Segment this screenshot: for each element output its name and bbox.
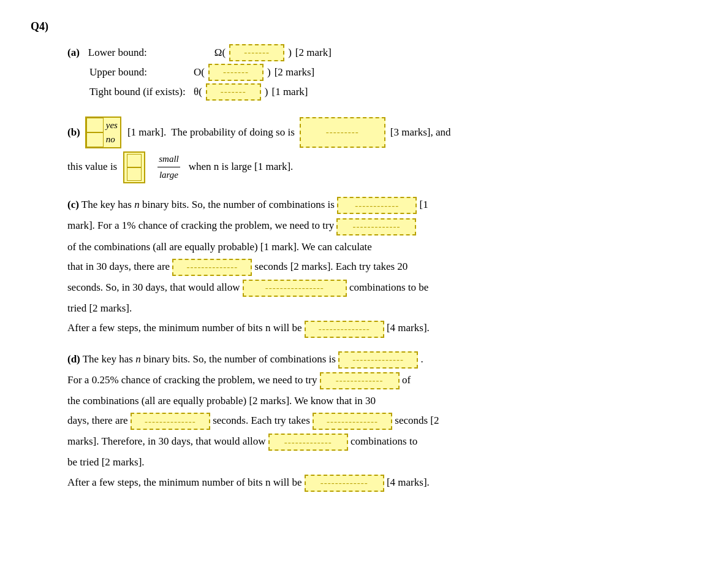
small-text: small [157, 152, 180, 167]
d-period: . [420, 353, 423, 365]
close-paren-tight: ) [265, 84, 268, 100]
small-numerator-cell [127, 154, 142, 167]
lower-bound-answer-box[interactable]: ------- [229, 44, 284, 61]
c-n-var: n [134, 199, 140, 210]
c-sec-box[interactable]: -------------- [172, 259, 252, 276]
lower-bound-row: (a) Lower bound: Ω( ------- ) [2 mark] [67, 44, 697, 61]
tight-mark: [1 mark] [271, 84, 308, 100]
d-text2: binary bits. So, the number of combinati… [143, 353, 338, 365]
d-sec1-box[interactable]: -------------- [131, 413, 210, 430]
d-text9: marks]. Therefore, in 30 days, that woul… [67, 435, 268, 447]
d-text: The key has [83, 353, 135, 365]
section-b-line1: (b) yes no [1 mark]. The probability of … [67, 117, 697, 148]
close-paren-upper: ) [267, 64, 271, 80]
d-text11: be tried [2 marks]. [67, 456, 145, 468]
d-comb-box[interactable]: -------------- [338, 351, 418, 369]
section-a: (a) Lower bound: Ω( ------- ) [2 mark] U… [67, 44, 697, 101]
d-text7: seconds. Each try takes [213, 415, 313, 426]
section-d-para1: (d) The key has n binary bits. So, the n… [67, 351, 697, 369]
c-text: The key has [82, 199, 134, 210]
section-d-para5: marks]. Therefore, in 30 days, that woul… [67, 434, 697, 451]
c-label: (c) [67, 199, 79, 210]
section-d: (d) The key has n binary bits. So, the n… [67, 351, 697, 492]
c-mark1: [1 [419, 199, 428, 210]
section-c-para4: that in 30 days, there are -------------… [67, 259, 697, 276]
no-square-bottom [86, 132, 104, 147]
section-c-para5: seconds. So, in 30 days, that would allo… [67, 280, 697, 297]
large-denominator-cell [127, 167, 142, 181]
tight-bound-answer-box[interactable]: ------- [206, 83, 261, 101]
b-text2: this value is [67, 159, 117, 175]
b-mark2: [3 marks], and [390, 124, 451, 140]
c-text8: tried [2 marks]. [67, 302, 132, 314]
q4-label: Q4) [31, 18, 697, 36]
section-c-para3: of the combinations (all are equally pro… [67, 239, 697, 255]
d-allow-box[interactable]: ------------- [268, 434, 348, 451]
close-paren-lower: ) [288, 45, 292, 61]
d-sec2-box[interactable]: -------------- [313, 413, 392, 430]
section-b-label: (b) [67, 124, 80, 140]
c-text3: mark]. For a 1% chance of cracking the p… [67, 220, 336, 231]
upper-bound-answer-box[interactable]: ------- [208, 64, 264, 81]
d-try-box[interactable]: ------------- [320, 372, 400, 389]
c-seconds-mark: seconds [2 marks]. Each try takes 20 [255, 261, 408, 272]
theta-sym: θ( [194, 84, 202, 100]
upper-mark: [2 marks] [275, 64, 315, 80]
c-bits-box[interactable]: -------------- [305, 321, 384, 338]
section-c: (c) The key has n binary bits. So, the n… [67, 197, 697, 337]
tight-bound-label: Tight bound (if exists): [67, 84, 190, 100]
c-allow-box[interactable]: ---------------- [243, 280, 347, 297]
large-text: large [158, 167, 180, 182]
c-text6: seconds. So, in 30 days, that would allo… [67, 281, 243, 293]
d-bits-box[interactable]: ------------- [305, 475, 384, 492]
d-mark-end: [4 marks]. [387, 476, 430, 488]
d-text6: days, there are [67, 415, 131, 426]
b-mark1: [1 mark]. [127, 124, 166, 140]
c-text5: that in 30 days, there are [67, 261, 172, 272]
c-mark-end: [4 marks]. [387, 322, 430, 334]
c-try-box[interactable]: ------------- [336, 218, 416, 235]
section-c-para6: tried [2 marks]. [67, 300, 697, 316]
yes-no-squares-col [86, 118, 104, 147]
section-d-para2: For a 0.25% chance of cracking the probl… [67, 372, 697, 389]
lower-mark: [2 mark] [295, 45, 332, 61]
yes-text: yes [106, 118, 118, 132]
d-text3: For a 0.25% chance of cracking the probl… [67, 374, 320, 386]
b-text3: when n is large [1 mark]. [189, 159, 294, 175]
upper-bound-label: Upper bound: [67, 64, 190, 80]
d-text8: seconds [2 [395, 415, 439, 426]
c-text9: After a few steps, the minimum number of… [67, 322, 305, 334]
yes-no-box[interactable]: yes no [85, 117, 121, 148]
d-text5: the combinations (all are equally probab… [67, 395, 376, 407]
section-d-para3: the combinations (all are equally probab… [67, 393, 697, 409]
small-large-frac-text: small large [154, 151, 184, 184]
omega-sym: Ω( [214, 45, 226, 61]
b-text1: The probability of doing so is [171, 124, 295, 140]
c-text2: binary bits. So, the number of combinati… [142, 199, 337, 210]
lower-bound-label: Lower bound: [88, 45, 211, 61]
no-text: no [106, 132, 118, 147]
section-d-para6: be tried [2 marks]. [67, 454, 697, 470]
section-c-para1: (c) The key has n binary bits. So, the n… [67, 197, 697, 214]
section-a-label: (a) [67, 45, 80, 61]
c-comb-box[interactable]: ------------ [337, 197, 417, 214]
small-large-box[interactable] [123, 151, 145, 183]
d-text4: of [402, 374, 411, 386]
c-text7: combinations to be [349, 281, 428, 293]
tight-bound-row: Tight bound (if exists): θ( ------- ) [1… [67, 83, 697, 101]
upper-bound-row: Upper bound: O( ------- ) [2 marks] [67, 64, 697, 81]
yes-square-top [86, 118, 104, 132]
section-b-line2: this value is small large when n is larg… [67, 151, 697, 184]
d-text10: combinations to [351, 435, 417, 447]
yes-no-text-col: yes no [104, 118, 120, 147]
c-text4: of the combinations (all are equally pro… [67, 241, 372, 253]
d-label: (d) [67, 353, 80, 365]
section-d-para7: After a few steps, the minimum number of… [67, 475, 697, 492]
d-text12: After a few steps, the minimum number of… [67, 476, 305, 488]
big-o-sym: O( [194, 64, 205, 80]
section-d-para4: days, there are -------------- seconds. … [67, 413, 697, 430]
section-c-para2: mark]. For a 1% chance of cracking the p… [67, 218, 697, 235]
section-c-para7: After a few steps, the minimum number of… [67, 320, 697, 337]
section-b: (b) yes no [1 mark]. The probability of … [67, 117, 697, 184]
probability-answer-box[interactable]: --------- [300, 117, 385, 148]
